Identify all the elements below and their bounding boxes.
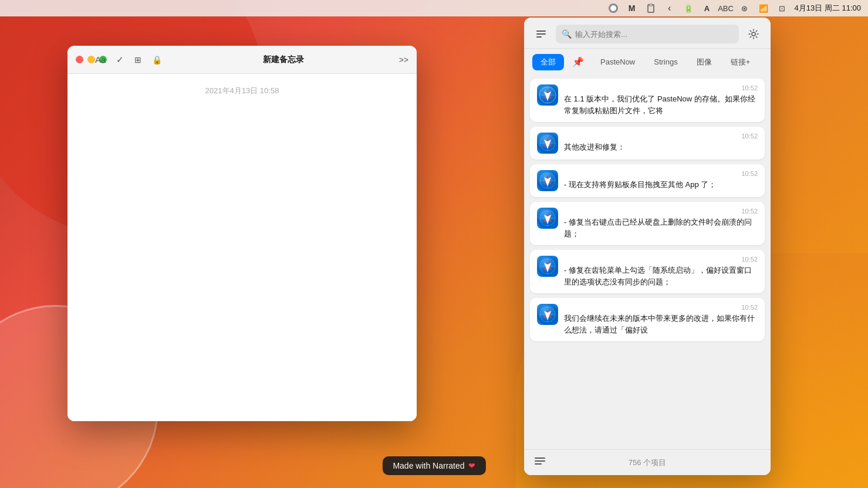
clip-time: 10:52 [741,170,758,177]
clip-text: - 修复当右键点击已经从硬盘上删除的文件时会崩溃的问题； [564,216,758,239]
list-item[interactable]: 10:52 其他改进和修复： [530,127,765,160]
app-icon-safari [537,170,558,191]
menubar-font-icon[interactable]: A [701,2,714,15]
svg-point-1 [610,5,616,11]
menubar-controlcenter-icon[interactable]: ⊡ [776,2,789,15]
panel-sidebar-toggle[interactable] [532,25,550,43]
clip-body: 10:52 在 1.1 版本中，我们优化了 PasteNow 的存储。如果你经常… [564,84,758,116]
clip-text: - 现在支持将剪贴板条目拖拽至其他 App 了； [564,179,758,191]
menubar-datetime: 4月13日 周二 11:00 [795,3,861,13]
notes-content-area[interactable]: 2021年4月13日 10:58 [67,74,417,421]
clip-time: 10:52 [741,256,758,263]
toolbar-check-button[interactable]: ✓ [116,55,124,65]
svg-rect-5 [536,33,546,35]
svg-point-7 [752,32,755,36]
settings-button[interactable] [745,25,762,43]
clip-meta: 10:52 [564,133,758,140]
clip-time: 10:52 [741,84,758,92]
clip-time: 10:52 [741,304,758,311]
footer-item-count: 756 个项目 [629,458,666,468]
svg-rect-46 [535,460,545,462]
menubar-bluetooth-icon[interactable]: ⊛ [738,2,751,15]
tooltip-heart-icon: ❤ [468,461,475,470]
tab-strings[interactable]: Strings [646,55,685,69]
svg-rect-47 [535,463,542,465]
app-icon-safari [537,304,558,325]
clip-meta: 10:52 [564,208,758,215]
svg-rect-3 [649,4,653,6]
panel-header: 🔍 [524,18,771,49]
app-icon-safari [537,84,558,106]
notes-window: Aa ✓ ⊞ 🔒 新建备忘录 >> 2021年4月13日 10:58 [67,46,417,421]
list-item[interactable]: 10:52 - 修复在齿轮菜单上勾选「随系统启动」，偏好设置窗口里的选项状态没有… [530,250,765,293]
menubar-back-icon[interactable]: ‹ [663,2,676,15]
search-input[interactable] [575,30,733,39]
notes-titlebar: Aa ✓ ⊞ 🔒 新建备忘录 >> [67,46,417,74]
list-item[interactable]: 10:52 - 现在支持将剪贴板条目拖拽至其他 App 了； [530,164,765,197]
toolbar-expand-button[interactable]: >> [399,55,408,65]
clip-meta: 10:52 [564,304,758,311]
clip-meta: 10:52 [564,256,758,263]
search-icon: 🔍 [562,29,572,39]
window-close-button[interactable] [76,56,83,63]
list-item[interactable]: 10:52 在 1.1 版本中，我们优化了 PasteNow 的存储。如果你经常… [530,79,765,122]
clip-text: 在 1.1 版本中，我们优化了 PasteNow 的存储。如果你经常复制或粘贴图… [564,93,758,116]
menubar-battery-icon[interactable]: 🔋 [682,2,695,15]
panel-footer: 756 个项目 [524,449,771,475]
svg-rect-4 [536,30,546,32]
clip-text: 其他改进和修复： [564,141,758,153]
clip-meta: 10:52 [564,84,758,92]
filter-tabs: 全部 📌 PasteNow Strings 图像 链接+ [524,49,771,75]
toolbar-lock-button[interactable]: 🔒 [152,55,162,65]
notes-timestamp: 2021年4月13日 10:58 [205,86,279,96]
clip-body: 10:52 我们会继续在未来的版本中带来更多的改进，如果你有什么想法，请通过「偏… [564,304,758,336]
made-with-narrated-tooltip: Made with Narrated ❤ [382,456,485,475]
menubar-wifi-icon[interactable]: 📶 [757,2,770,15]
menubar-clipboard-icon[interactable] [644,2,657,15]
app-icon-safari [537,256,558,277]
list-item[interactable]: 10:52 - 修复当右键点击已经从硬盘上删除的文件时会崩溃的问题； [530,202,765,245]
search-bar[interactable]: 🔍 [556,25,739,43]
toolbar-table-button[interactable]: ⊞ [134,55,141,65]
clip-body: 10:52 - 修复当右键点击已经从硬盘上删除的文件时会崩溃的问题； [564,208,758,239]
menubar-right: M ‹ 🔋 A ABC ⊛ 📶 ⊡ 4月13日 周二 11:00 [607,2,861,15]
tab-images[interactable]: 图像 [688,54,720,70]
footer-menu-icon[interactable] [533,455,546,470]
clip-text: - 修复在齿轮菜单上勾选「随系统启动」，偏好设置窗口里的选项状态没有同步的问题； [564,265,758,287]
notes-window-title: 新建备忘录 [185,55,381,65]
clip-text: 我们会继续在未来的版本中带来更多的改进，如果你有什么想法，请通过「偏好设 [564,313,758,336]
clip-body: 10:52 其他改进和修复： [564,133,758,153]
menubar-pastenow-icon[interactable] [607,2,620,15]
clip-time: 10:52 [741,208,758,215]
menubar-abc-label: ABC [720,2,732,15]
tab-pinned[interactable]: 📌 [566,53,590,70]
app-icon-safari [537,133,558,154]
clipboard-items-list[interactable]: 10:52 在 1.1 版本中，我们优化了 PasteNow 的存储。如果你经常… [524,75,771,449]
svg-rect-6 [536,36,542,38]
toolbar-font-button[interactable]: Aa [95,55,106,65]
pastenow-panel: 🔍 全部 📌 PasteNow Strings 图像 链接+ [524,18,771,475]
clip-time: 10:52 [741,133,758,140]
list-item[interactable]: 10:52 我们会继续在未来的版本中带来更多的改进，如果你有什么想法，请通过「偏… [530,298,765,341]
clip-body: 10:52 - 现在支持将剪贴板条目拖拽至其他 App 了； [564,170,758,191]
window-minimize-button[interactable] [87,56,95,63]
menubar-m-icon[interactable]: M [626,2,639,15]
svg-rect-45 [535,458,545,459]
clip-body: 10:52 - 修复在齿轮菜单上勾选「随系统启动」，偏好设置窗口里的选项状态没有… [564,256,758,287]
tooltip-text: Made with Narrated [393,461,464,470]
tab-links[interactable]: 链接+ [722,54,759,70]
clip-meta: 10:52 [564,170,758,177]
app-icon-safari [537,208,558,229]
tab-pastenow[interactable]: PasteNow [592,55,643,69]
menubar: M ‹ 🔋 A ABC ⊛ 📶 ⊡ 4月13日 周二 11:00 [0,0,868,16]
tab-all[interactable]: 全部 [532,54,564,70]
